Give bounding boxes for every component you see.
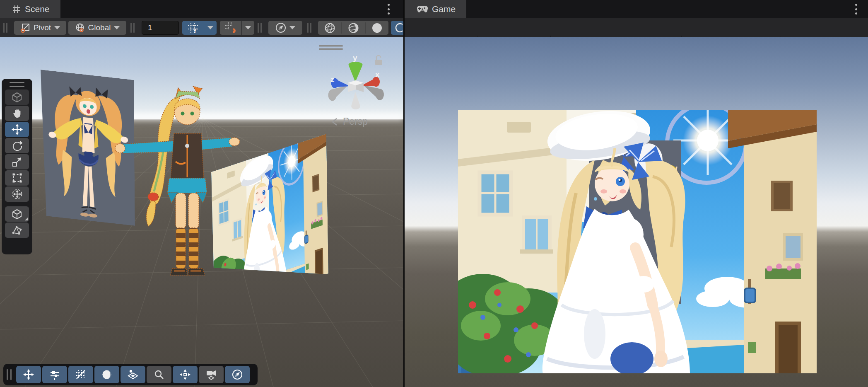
mesh-tool-button[interactable] xyxy=(5,223,29,238)
game-viewport[interactable] xyxy=(405,37,868,387)
draw-mode-shaded-wireframe-button[interactable] xyxy=(341,22,365,34)
overlay-vertex-snap-button[interactable] xyxy=(173,366,198,383)
overlay-gizmos-button[interactable] xyxy=(121,366,145,383)
axis-x-label[interactable]: x xyxy=(375,70,380,79)
toolbar-grip[interactable] xyxy=(307,23,311,33)
move-icon xyxy=(23,369,34,380)
toolbar-grip[interactable] xyxy=(258,23,262,33)
rotate-tool-button[interactable] xyxy=(5,138,29,153)
view-toggle-partial-button[interactable] xyxy=(391,21,403,35)
gizmo-center-cube[interactable] xyxy=(348,80,364,92)
draw-mode-shaded-button[interactable] xyxy=(365,22,388,34)
tools-overlay xyxy=(2,79,32,254)
toolbar-grip[interactable] xyxy=(130,23,135,33)
projection-label: Persp xyxy=(343,116,368,127)
move-icon xyxy=(12,124,23,135)
scene-tab-label: Scene xyxy=(25,4,50,14)
custom-tools-button[interactable] xyxy=(5,206,29,222)
hand-tool-button[interactable] xyxy=(5,106,29,121)
overlay-camera-button[interactable] xyxy=(199,366,224,383)
overlay-shading-button[interactable] xyxy=(94,366,119,383)
game-panel-menu-button[interactable] xyxy=(852,4,860,15)
snap-toggle-button[interactable] xyxy=(220,21,241,35)
snap-toggle-dropdown[interactable] xyxy=(242,21,254,35)
unlock-icon[interactable] xyxy=(375,56,382,65)
search-icon xyxy=(154,370,164,380)
global-dropdown[interactable]: Global xyxy=(68,21,126,35)
pivot-dropdown[interactable]: Pivot xyxy=(14,21,66,35)
rect-tool-button[interactable] xyxy=(5,170,29,186)
chevron-down-icon xyxy=(289,26,295,29)
hand-icon xyxy=(12,108,22,119)
game-tab-label: Game xyxy=(432,4,456,14)
custom-cube-icon xyxy=(12,209,22,220)
mesh-icon xyxy=(12,225,22,236)
levels-icon xyxy=(49,369,60,380)
gamepad-icon xyxy=(417,5,428,13)
circle-icon xyxy=(392,22,403,33)
scene-panel: Scene Pivot Global 1 xyxy=(0,0,403,387)
pivot-icon xyxy=(20,23,30,33)
overlay-move-button[interactable] xyxy=(16,366,41,383)
rect-icon xyxy=(12,173,22,183)
draw-mode-wireframe-button[interactable] xyxy=(318,22,341,34)
toolbar-grip[interactable] xyxy=(3,23,7,33)
scale-tool-button[interactable] xyxy=(5,154,29,169)
gizmo-diamond-icon xyxy=(128,369,138,380)
axis-y-label[interactable]: y xyxy=(353,53,357,62)
grid-snap-increment-field[interactable]: 1 xyxy=(142,21,179,35)
grid-axis-letter: Y xyxy=(193,27,197,34)
scene-viewport[interactable]: y z x Persp xyxy=(0,37,403,387)
grid-y-icon: Y xyxy=(187,22,199,34)
compass-needle-icon xyxy=(275,22,286,33)
transform-tool-button[interactable] xyxy=(5,186,29,202)
scene-toolbar: Pivot Global 1 Y xyxy=(0,18,403,37)
bottom-overlay-handle[interactable] xyxy=(7,369,12,380)
wireframe-sphere-icon xyxy=(324,22,335,34)
grid-visibility-dropdown[interactable] xyxy=(204,21,217,35)
scene-grid-icon xyxy=(12,5,21,13)
shaded-sphere-icon xyxy=(101,369,112,380)
transform-icon xyxy=(12,189,23,200)
chevron-down-icon xyxy=(54,26,60,29)
axis-z-label[interactable]: z xyxy=(330,75,335,84)
global-label: Global xyxy=(88,23,111,32)
game-tab-bar: Game xyxy=(405,0,868,18)
overlay-grid-toggle-button[interactable] xyxy=(68,366,93,383)
half-shaded-sphere-icon xyxy=(348,22,359,34)
game-render-image xyxy=(458,110,817,373)
scene-panel-menu-button[interactable] xyxy=(384,4,393,15)
projection-toggle[interactable]: Persp xyxy=(330,116,368,127)
view-tool-button[interactable] xyxy=(5,89,29,105)
overlay-levels-button[interactable] xyxy=(42,366,67,383)
move-tool-button[interactable] xyxy=(5,122,29,137)
snap-increment-value: 1 xyxy=(148,23,152,32)
game-panel: Game Game Display 1 Free Aspect Scale 1x… xyxy=(405,0,868,387)
scale-icon xyxy=(12,157,22,167)
grid-slash-icon xyxy=(75,369,86,380)
view-cube-icon xyxy=(12,92,22,103)
tab-scene[interactable]: Scene xyxy=(0,0,60,18)
scene-quad-street-image[interactable] xyxy=(207,131,329,315)
draw-mode-group xyxy=(318,21,388,35)
camera-icon xyxy=(206,369,217,380)
tab-game[interactable]: Game xyxy=(405,0,466,18)
vertex-snap-icon xyxy=(180,369,190,380)
flyout-indicator xyxy=(25,218,28,220)
view-options-dropdown[interactable] xyxy=(268,21,302,35)
tools-overlay-handle[interactable] xyxy=(10,82,24,87)
scene-bottom-overlay xyxy=(3,364,258,385)
gizmo-drag-handle[interactable] xyxy=(319,45,343,50)
grid-visibility-button[interactable]: Y xyxy=(182,21,204,35)
chevron-left-icon xyxy=(330,117,340,126)
gizmo-axis-y-cone[interactable] xyxy=(349,62,363,82)
solid-sphere-icon xyxy=(371,22,383,34)
overlay-search-button[interactable] xyxy=(147,366,171,383)
game-toolbar: Game Display 1 Free Aspect Scale 1x Play… xyxy=(405,18,868,37)
pivot-label: Pivot xyxy=(34,23,51,32)
overlay-compass-button[interactable] xyxy=(225,366,250,383)
compass-icon xyxy=(232,369,243,380)
globe-icon xyxy=(75,23,85,33)
scene-tab-bar: Scene xyxy=(0,0,403,18)
magnet-grid-icon xyxy=(225,22,236,34)
